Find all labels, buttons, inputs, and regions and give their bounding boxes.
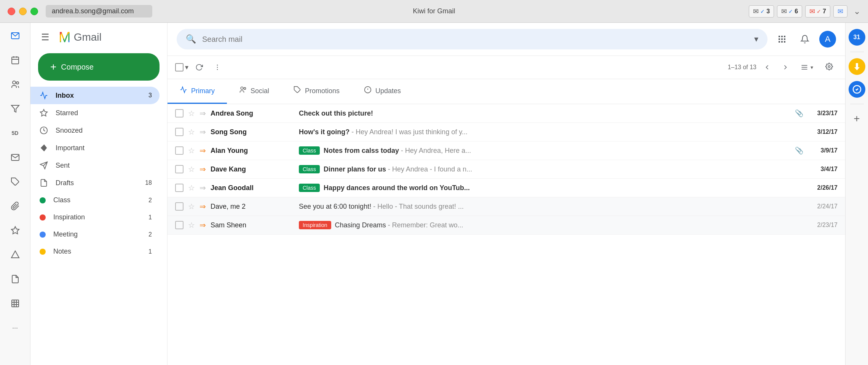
subject-text: How's it going? - Hey Andrea! I was just…: [299, 128, 468, 136]
density-icon: [801, 63, 808, 71]
email-body: Inspiration Chasing Dreams - Remember: G…: [299, 221, 803, 229]
star-icon[interactable]: ☆: [188, 146, 195, 155]
maximize-button[interactable]: [30, 8, 38, 15]
tab-social[interactable]: Social: [227, 79, 281, 104]
email-meta: 3/12/17: [807, 129, 838, 135]
url-bar[interactable]: andrea.b.song@gmail.com: [46, 5, 152, 17]
svg-point-38: [244, 87, 246, 89]
sidebar-item-sent[interactable]: Sent: [30, 157, 160, 174]
email-checkbox[interactable]: [175, 202, 183, 211]
table-row[interactable]: ☆ ⇒ Dave, me 2 See you at 6:00 tonight! …: [168, 197, 845, 216]
rail-contacts-icon[interactable]: [8, 78, 22, 91]
checkbox-icon[interactable]: [175, 63, 183, 71]
tab-primary[interactable]: Primary: [168, 79, 227, 104]
email-date: 3/9/17: [807, 147, 838, 154]
email-body: Check out this picture!: [299, 110, 790, 117]
rail-label-icon[interactable]: [8, 175, 22, 189]
star-icon[interactable]: ☆: [188, 127, 195, 136]
sidebar-item-inbox[interactable]: Inbox 3: [30, 87, 160, 104]
sidebar-item-meeting[interactable]: Meeting 2: [30, 226, 160, 243]
settings-button[interactable]: [821, 60, 838, 75]
email-checkbox[interactable]: [175, 109, 183, 117]
star-icon[interactable]: ☆: [188, 109, 195, 118]
search-dropdown-icon[interactable]: ▾: [754, 34, 758, 44]
rail-5d-icon[interactable]: 5D: [8, 126, 22, 140]
app-container: 5D ··· ☰ M Gmail: [0, 23, 868, 365]
user-avatar[interactable]: A: [819, 31, 836, 48]
email-checkbox[interactable]: [175, 146, 183, 155]
email-checkbox[interactable]: [175, 221, 183, 229]
rail-drive-icon[interactable]: [8, 248, 22, 262]
table-row[interactable]: ☆ ⇒ Song Song How's it going? - Hey Andr…: [168, 123, 845, 141]
select-dropdown-icon[interactable]: ▾: [185, 63, 188, 71]
table-row[interactable]: ☆ ⇒ Sam Sheen Inspiration Chasing Dreams…: [168, 216, 845, 235]
density-button[interactable]: ▾: [796, 61, 818, 73]
search-input[interactable]: [202, 35, 748, 44]
search-container: 🔍 ▾: [177, 29, 767, 49]
tab-promotions[interactable]: Promotions: [281, 79, 352, 104]
table-row[interactable]: ☆ ⇒ Jean Goodall Class Happy dances arou…: [168, 179, 845, 197]
sidebar-item-snoozed[interactable]: Snoozed: [30, 122, 160, 139]
rail-envelope-icon[interactable]: [8, 151, 22, 164]
rail-star-icon[interactable]: [8, 224, 22, 237]
minimize-button[interactable]: [19, 8, 27, 15]
star-icon[interactable]: ☆: [188, 202, 195, 211]
sent-icon: [40, 161, 48, 170]
rail-attachment-icon[interactable]: [8, 199, 22, 213]
svg-rect-21: [779, 36, 780, 37]
sidebar-item-starred[interactable]: Starred: [30, 104, 160, 122]
hamburger-menu[interactable]: ☰: [38, 29, 53, 46]
email-checkbox[interactable]: [175, 128, 183, 136]
star-icon[interactable]: ☆: [188, 165, 195, 174]
sidebar-item-drafts[interactable]: Drafts 18: [30, 174, 160, 192]
table-row[interactable]: ☆ ⇒ Dave Kang Class Dinner plans for us …: [168, 160, 845, 179]
more-chevron-icon[interactable]: ⌄: [854, 6, 860, 16]
refresh-button[interactable]: [191, 60, 207, 75]
select-all-checkbox[interactable]: ▾: [175, 63, 188, 71]
table-row[interactable]: ☆ ⇒ Alan Young Class Notes from calss to…: [168, 141, 845, 160]
prev-page-button[interactable]: [760, 60, 775, 75]
class-label-badge: Class: [299, 184, 320, 192]
sidebar-item-class[interactable]: Class 2: [30, 192, 160, 209]
star-icon[interactable]: ☆: [188, 183, 195, 192]
rail-filter-icon[interactable]: [8, 102, 22, 116]
next-page-button[interactable]: [778, 60, 793, 75]
sender-name: Jean Goodall: [211, 184, 294, 192]
compose-button[interactable]: + Compose: [38, 53, 160, 81]
sidebar-item-important[interactable]: Important: [30, 139, 160, 157]
more-options-button[interactable]: [210, 60, 225, 75]
right-panel: 31 +: [845, 23, 868, 365]
sidebar-item-notes[interactable]: Notes 1: [30, 243, 160, 260]
add-panel-button[interactable]: +: [849, 110, 865, 127]
rail-doc-icon[interactable]: [8, 272, 22, 286]
svg-rect-25: [781, 38, 783, 40]
mail-icon-4: ✉: [838, 7, 843, 16]
svg-point-6: [16, 82, 19, 84]
close-button[interactable]: [8, 8, 15, 15]
star-icon[interactable]: ☆: [188, 221, 195, 230]
primary-tab-label: Primary: [191, 87, 215, 95]
panel-separator: [850, 52, 864, 52]
rail-mail-icon[interactable]: [8, 29, 22, 43]
keep-button[interactable]: [849, 58, 865, 75]
svg-point-37: [241, 87, 243, 90]
bell-icon: [800, 35, 809, 44]
preview-text: - Hello - That sounds great! ...: [373, 203, 464, 210]
toolbar: ▾ 1–13 of 13 ▾: [168, 56, 845, 79]
rail-calendar-icon[interactable]: [8, 53, 22, 67]
notifications-button[interactable]: [796, 31, 813, 48]
rail-sheet-icon[interactable]: [8, 297, 22, 310]
calendar-widget[interactable]: 31: [849, 29, 865, 46]
sidebar-item-inspiration[interactable]: Inspiration 1: [30, 209, 160, 226]
tab-updates[interactable]: Updates: [352, 79, 413, 104]
tasks-button[interactable]: [849, 81, 865, 98]
email-checkbox[interactable]: [175, 184, 183, 192]
rail-more-icon[interactable]: ···: [8, 321, 22, 335]
apps-button[interactable]: [774, 31, 790, 48]
email-checkbox[interactable]: [175, 165, 183, 173]
email-body: See you at 6:00 tonight! - Hello - That …: [299, 203, 803, 211]
table-row[interactable]: ☆ ⇒ Andrea Song Check out this picture! …: [168, 104, 845, 123]
meeting-label: Meeting: [53, 230, 141, 238]
important-label: Important: [56, 144, 152, 152]
preview-text: - Hey Andrea, Here a...: [401, 147, 471, 154]
